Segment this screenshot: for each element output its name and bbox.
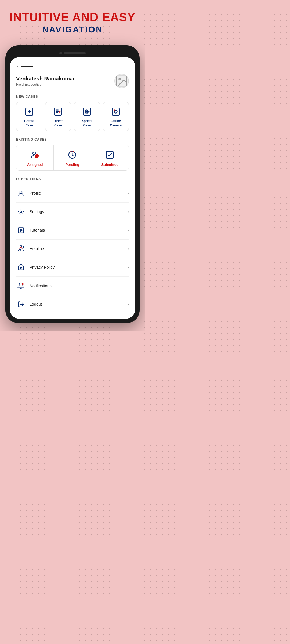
settings-link-text: Settings <box>30 209 128 214</box>
svg-point-23 <box>20 211 22 213</box>
phone-frame: ←—— Venkatesh Ramakumar Field Excecutive <box>5 45 140 323</box>
hero-subtitle: NAVIGATION <box>5 25 140 35</box>
svg-rect-9 <box>112 108 119 115</box>
privacy-chevron-icon: › <box>128 265 129 270</box>
tutorials-chevron-icon: › <box>128 228 129 233</box>
logout-link-text: Logout <box>30 302 128 306</box>
back-button[interactable]: ←—— <box>16 63 129 69</box>
pending-card[interactable]: Pending <box>54 145 91 170</box>
svg-line-18 <box>72 155 73 156</box>
offline-camera-card[interactable]: OfflineCamera <box>103 102 129 131</box>
direct-case-card[interactable]: DirectCase <box>45 102 71 131</box>
svg-rect-11 <box>114 110 115 111</box>
direct-case-icon <box>53 106 63 117</box>
helpline-icon <box>16 244 26 254</box>
privacy-link[interactable]: Privacy Policy › <box>16 258 129 277</box>
other-links-label: OTHER LINKS <box>16 177 129 181</box>
xpress-case-label: XpressCase <box>82 119 92 127</box>
image-icon <box>115 74 128 88</box>
offline-camera-label: OfflineCamera <box>110 119 122 127</box>
svg-point-12 <box>33 152 35 155</box>
submitted-icon <box>105 150 115 160</box>
submitted-label: Submitted <box>102 163 119 167</box>
helpline-link-text: Helpline <box>30 246 128 251</box>
assigned-card[interactable]: Assigned <box>16 145 54 170</box>
privacy-link-text: Privacy Policy <box>30 265 128 269</box>
notifications-link-text: Notifications <box>30 283 129 288</box>
tutorials-icon <box>16 225 26 235</box>
xpress-case-card[interactable]: XpressCase <box>74 102 100 131</box>
offline-camera-icon <box>110 106 121 117</box>
profile-role: Field Excecutive <box>16 82 75 86</box>
profile-chevron-icon: › <box>128 191 129 196</box>
profile-avatar[interactable] <box>114 74 129 88</box>
direct-case-label: DirectCase <box>53 119 63 127</box>
settings-icon <box>16 207 26 217</box>
phone-screen: ←—— Venkatesh Ramakumar Field Excecutive <box>10 57 135 319</box>
profile-name: Venkatesh Ramakumar <box>16 76 75 82</box>
settings-link[interactable]: Settings › <box>16 203 129 221</box>
svg-line-20 <box>73 151 74 152</box>
svg-marker-25 <box>20 229 23 232</box>
settings-chevron-icon: › <box>128 209 129 214</box>
profile-link-text: Profile <box>30 191 128 195</box>
profile-link[interactable]: Profile › <box>16 184 129 203</box>
profile-info: Venkatesh Ramakumar Field Excecutive <box>16 76 75 86</box>
profile-icon <box>16 188 26 198</box>
create-case-icon <box>24 106 35 117</box>
tutorials-link[interactable]: Tutorials › <box>16 221 129 240</box>
assigned-label: Assigned <box>27 163 43 167</box>
svg-marker-8 <box>87 110 89 113</box>
notifications-link[interactable]: Notifications <box>16 277 129 295</box>
assigned-icon <box>30 150 40 160</box>
svg-point-29 <box>22 283 24 285</box>
notch-dot <box>59 52 62 54</box>
svg-line-19 <box>71 151 72 152</box>
new-cases-grid: CreateCase DirectCase <box>16 102 129 131</box>
logout-chevron-icon: › <box>128 302 129 307</box>
svg-line-15 <box>35 157 36 158</box>
logout-link[interactable]: Logout › <box>16 295 129 313</box>
new-cases-label: NEW CASES <box>16 95 129 98</box>
svg-rect-26 <box>18 266 24 270</box>
hero-title: INTUITIVE AND EASY <box>5 11 140 24</box>
hero-section: INTUITIVE AND EASY NAVIGATION <box>0 0 145 40</box>
screen-content: ←—— Venkatesh Ramakumar Field Excecutive <box>10 57 135 319</box>
helpline-link[interactable]: Helpline › <box>16 240 129 258</box>
other-links-list: Profile › Settings › <box>16 184 129 313</box>
submitted-card[interactable]: Submitted <box>91 145 129 170</box>
back-arrow-icon: ←—— <box>16 63 32 69</box>
privacy-icon <box>16 262 26 272</box>
existing-cases-grid: Assigned Pending <box>16 145 129 171</box>
tutorials-link-text: Tutorials <box>30 228 128 232</box>
svg-point-1 <box>119 78 121 80</box>
svg-point-22 <box>20 191 22 193</box>
xpress-case-icon <box>82 106 92 117</box>
pending-icon <box>67 150 77 160</box>
profile-header: Venkatesh Ramakumar Field Excecutive <box>16 74 129 88</box>
pending-label: Pending <box>66 163 79 167</box>
svg-point-13 <box>36 155 37 156</box>
create-case-label: CreateCase <box>24 119 34 127</box>
create-case-card[interactable]: CreateCase <box>16 102 42 131</box>
helpline-chevron-icon: › <box>128 246 129 251</box>
phone-notch <box>10 50 135 57</box>
logout-icon <box>16 299 26 309</box>
notch-pill <box>64 52 86 54</box>
existing-cases-label: EXISTING CASES <box>16 138 129 141</box>
notifications-icon <box>16 281 26 291</box>
